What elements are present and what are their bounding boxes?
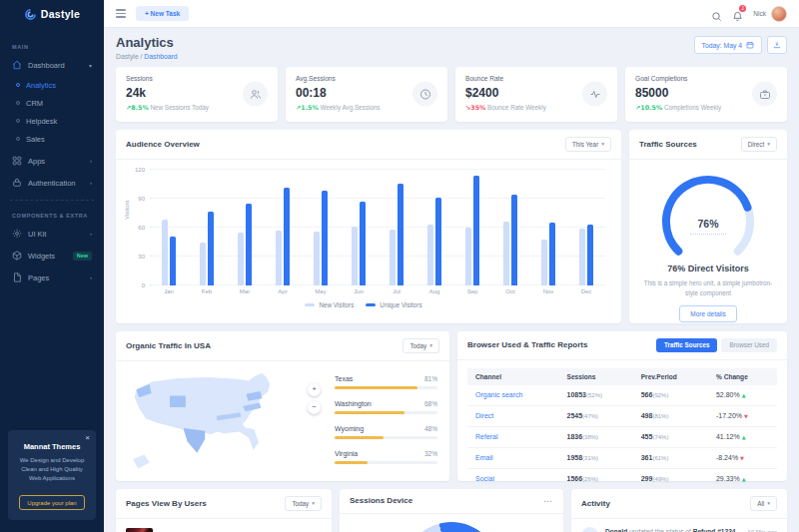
lock-icon	[12, 178, 22, 188]
traffic-filter-dropdown[interactable]: Direct	[741, 137, 777, 152]
user-activity-icon	[581, 527, 598, 532]
sidebar-item-authentication[interactable]: Authentication ›	[0, 172, 104, 194]
activity-filter-dropdown[interactable]: All	[750, 496, 777, 511]
bar-group-nov[interactable]	[529, 170, 567, 285]
bar-group-aug[interactable]	[415, 170, 453, 285]
trend-up-icon: ▲	[742, 392, 746, 398]
bar-group-sep[interactable]	[453, 170, 491, 285]
bar-group-mar[interactable]	[226, 170, 264, 285]
tab-browser-used[interactable]: Browser Used	[721, 338, 777, 352]
table-row[interactable]: Direct 2545(47%) 498(81%) -17.20% ▼	[467, 405, 777, 426]
sidebar-item-apps[interactable]: Apps ›	[0, 150, 104, 172]
bar-group-oct[interactable]	[491, 170, 529, 285]
menu-icon[interactable]	[116, 9, 126, 18]
stat-card-bounce-rate[interactable]: Bounce Rate $2400 ↘35% Bounce Rate Weekl…	[455, 67, 617, 122]
trend-down-icon: ▼	[740, 455, 744, 461]
upgrade-plan-button[interactable]: Upgrade your plan	[19, 495, 84, 510]
stat-card-goal-completions[interactable]: Goal Completions 85000 ↗10.5% Completion…	[625, 67, 787, 122]
x-tick-label: Dec	[567, 288, 605, 294]
promo-card: × Mannat Themes We Design and Develop Cl…	[8, 430, 96, 520]
state-list: Texas81% Washington68% Wyoming48%	[327, 369, 439, 485]
bar	[246, 204, 252, 285]
dashboard-submenu: Analytics CRM Helpdesk Sales	[0, 76, 104, 150]
audience-plot: 0306090120	[150, 170, 605, 285]
table-row[interactable]: Email 1958(31%) 361(61%) -8.24% ▼	[467, 447, 777, 468]
state-alaska	[133, 454, 150, 468]
logo-swirl-icon	[24, 8, 37, 21]
search-icon[interactable]	[711, 8, 722, 19]
logo[interactable]: Dastyle	[0, 0, 104, 28]
date-picker-button[interactable]: Today: May 4	[694, 36, 762, 54]
bar-group-apr[interactable]	[264, 170, 302, 285]
bullet-icon	[16, 137, 20, 141]
traffic-title: Traffic Sources	[639, 140, 697, 149]
activity-item[interactable]: Donald updated the status of Refund #123…	[571, 519, 787, 532]
close-icon[interactable]: ×	[85, 433, 90, 442]
new-task-button[interactable]: + New Task	[136, 6, 189, 21]
more-details-button[interactable]: More details	[679, 305, 736, 322]
promo-text: We Design and Develop Clean and High Qua…	[16, 456, 88, 484]
chevron-right-icon: ›	[90, 158, 92, 164]
bar	[465, 228, 471, 285]
calendar-icon	[746, 41, 754, 49]
logo-text: Dastyle	[41, 8, 80, 20]
sidebar-item-uikit[interactable]: UI Kit ›	[0, 223, 104, 245]
gauge-value	[666, 180, 748, 252]
state-texas	[184, 428, 205, 453]
y-tick-label: 120	[135, 167, 145, 173]
x-tick-label: Apr	[264, 288, 302, 294]
page-head: Analytics Dastyle / Dashboard Today: May…	[116, 36, 787, 60]
bar-group-jun[interactable]	[340, 170, 378, 285]
map-zoom-out-button[interactable]: −	[308, 401, 321, 414]
chart-legend: New VisitorsUnique Visitors	[116, 301, 611, 308]
traffic-table: Channel Sessions Prev.Period % Change Or…	[467, 368, 777, 489]
bar-group-jan[interactable]	[150, 170, 188, 285]
bar-group-feb[interactable]	[188, 170, 226, 285]
map-zoom-in-button[interactable]: +	[308, 383, 321, 396]
bar	[549, 223, 555, 285]
pages-filter-dropdown[interactable]: Today	[285, 496, 322, 511]
browser-card-title: Browser Used & Traffic Reports	[467, 340, 587, 349]
bar-group-jul[interactable]	[378, 170, 415, 285]
sidebar-item-widgets[interactable]: Widgets New	[0, 245, 104, 266]
table-row[interactable]: Social 1566(26%) 299(49%) 29.33% ▲	[467, 468, 777, 489]
sidebar-item-analytics[interactable]: Analytics	[0, 76, 104, 94]
list-item[interactable]: Dastyle - Admin Dashboard 4.3k	[116, 519, 332, 532]
sidebar-item-crm[interactable]: CRM	[0, 94, 104, 112]
bell-icon[interactable]: 1	[732, 8, 743, 19]
y-axis-label: Visitors	[124, 200, 130, 220]
tab-traffic-sources[interactable]: Traffic Sources	[656, 338, 718, 352]
user-menu[interactable]: Nick	[753, 6, 787, 22]
y-tick-label: 0	[142, 282, 145, 288]
promo-title: Mannat Themes	[16, 442, 88, 451]
table-row[interactable]: Organic search 10853(52%) 566(92%) 52.80…	[467, 385, 777, 406]
bar-group-may[interactable]	[302, 170, 340, 285]
sidebar-item-sales[interactable]: Sales	[0, 130, 104, 148]
audience-filter-dropdown[interactable]: This Year	[565, 137, 611, 152]
table-row[interactable]: Referal 1836(38%) 455(74%) 41.12% ▲	[467, 426, 777, 447]
state-wyoming	[170, 395, 186, 406]
bar-group-dec[interactable]	[567, 170, 605, 285]
usa-map[interactable]	[126, 369, 302, 485]
sidebar-item-dashboard[interactable]: Dashboard ▾	[0, 54, 104, 76]
x-tick-label: Mar	[226, 288, 264, 294]
organic-title: Organic Traffic In USA	[126, 341, 211, 350]
traffic-sources-card: Traffic Sources Direct 76% 76% Dire	[629, 130, 787, 323]
gear-icon	[12, 229, 22, 239]
chevron-right-icon: ›	[90, 274, 92, 280]
download-button[interactable]	[767, 36, 787, 54]
stat-card-avg-sessions[interactable]: Avg.Sessions 00:18 ↗1.5% Weekly Avg.Sess…	[286, 67, 447, 122]
organic-filter-dropdown[interactable]: Today	[402, 338, 439, 353]
more-menu-icon[interactable]: ⋯	[543, 496, 553, 506]
bar	[579, 229, 585, 285]
bar	[427, 225, 433, 285]
stat-card-sessions[interactable]: Sessions 24k ↗8.5% New Sessions Today	[116, 67, 278, 122]
sidebar-item-helpdesk[interactable]: Helpdesk	[0, 112, 104, 130]
sidebar-item-pages[interactable]: Pages ›	[0, 266, 104, 288]
sidebar-nav: MAIN Dashboard ▾ Analytics CRM Helpdesk …	[0, 28, 104, 422]
file-icon	[12, 272, 22, 282]
bar	[435, 198, 441, 285]
timestamp: 10 Min ago	[747, 527, 777, 532]
bar	[208, 212, 214, 284]
breadcrumb-current[interactable]: Dashboard	[144, 53, 177, 60]
